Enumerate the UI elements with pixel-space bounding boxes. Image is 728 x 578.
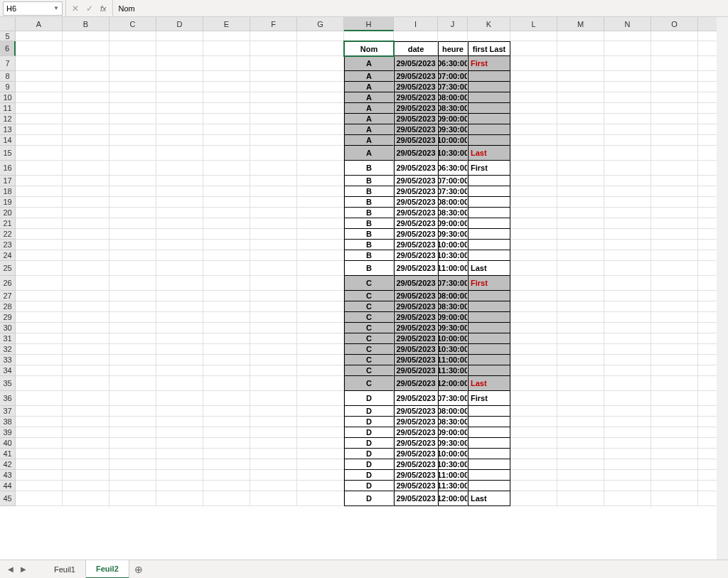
- cell-J10[interactable]: 08:00:00: [438, 92, 468, 103]
- cell-C8[interactable]: [109, 71, 156, 82]
- cell-J9[interactable]: 07:30:00: [438, 82, 468, 92]
- cell-C32[interactable]: [109, 344, 156, 355]
- cell-J31[interactable]: 10:00:00: [438, 333, 468, 344]
- row-header-11[interactable]: 11: [0, 103, 16, 114]
- cell-M12[interactable]: [557, 114, 604, 124]
- cell-K15[interactable]: Last: [468, 146, 510, 161]
- cell-B32[interactable]: [63, 344, 109, 355]
- cell-N15[interactable]: [604, 146, 651, 161]
- row-header-31[interactable]: 31: [0, 333, 16, 344]
- cell-N27[interactable]: [604, 291, 651, 301]
- cell-N16[interactable]: [604, 161, 651, 176]
- row-header-9[interactable]: 9: [0, 82, 16, 92]
- column-header-J[interactable]: J: [438, 17, 468, 31]
- cell-N8[interactable]: [604, 71, 651, 82]
- cell-M8[interactable]: [557, 71, 604, 82]
- cell-I22[interactable]: 29/05/2023: [394, 229, 438, 240]
- cell-D14[interactable]: [156, 135, 203, 146]
- cell-M29[interactable]: [557, 312, 604, 323]
- cell-E43[interactable]: [203, 470, 250, 481]
- cell-O22[interactable]: [651, 229, 698, 240]
- cell-N36[interactable]: [604, 391, 651, 406]
- cell-N29[interactable]: [604, 312, 651, 323]
- cell-E30[interactable]: [203, 323, 250, 333]
- cell-K31[interactable]: [468, 333, 510, 344]
- cell-H26[interactable]: C: [344, 276, 394, 291]
- cell-E17[interactable]: [203, 176, 250, 186]
- cell-C11[interactable]: [109, 103, 156, 114]
- cell-O17[interactable]: [651, 176, 698, 186]
- cell-A41[interactable]: [16, 449, 63, 459]
- row-header-32[interactable]: 32: [0, 344, 16, 355]
- cell-K10[interactable]: [468, 92, 510, 103]
- cell-N39[interactable]: [604, 427, 651, 438]
- cell-N31[interactable]: [604, 333, 651, 344]
- cell-D29[interactable]: [156, 312, 203, 323]
- row-header-19[interactable]: 19: [0, 197, 16, 208]
- cell-B42[interactable]: [63, 459, 109, 470]
- tab-nav-prev[interactable]: ◀: [4, 563, 17, 576]
- cell-D19[interactable]: [156, 197, 203, 208]
- cell-K14[interactable]: [468, 135, 510, 146]
- cell-C30[interactable]: [109, 323, 156, 333]
- cell-J35[interactable]: 12:00:00: [438, 376, 468, 391]
- cell-G13[interactable]: [297, 124, 344, 135]
- row-header-38[interactable]: 38: [0, 417, 16, 427]
- cell-C20[interactable]: [109, 208, 156, 218]
- cell-D6[interactable]: [156, 41, 203, 56]
- cell-B40[interactable]: [63, 438, 109, 449]
- cell-A26[interactable]: [16, 276, 63, 291]
- cell-B37[interactable]: [63, 406, 109, 417]
- column-header-E[interactable]: E: [203, 17, 250, 31]
- cell-M14[interactable]: [557, 135, 604, 146]
- cell-J5[interactable]: [438, 31, 468, 41]
- cell-B19[interactable]: [63, 197, 109, 208]
- cell-H18[interactable]: B: [344, 186, 394, 197]
- cell-N20[interactable]: [604, 208, 651, 218]
- cell-H28[interactable]: C: [344, 301, 394, 312]
- cell-B5[interactable]: [63, 31, 109, 41]
- cell-O5[interactable]: [651, 31, 698, 41]
- cell-H34[interactable]: C: [344, 365, 394, 376]
- cell-B26[interactable]: [63, 276, 109, 291]
- cell-M38[interactable]: [557, 417, 604, 427]
- cell-A43[interactable]: [16, 470, 63, 481]
- cell-J26[interactable]: 07:30:00: [438, 276, 468, 291]
- cell-K22[interactable]: [468, 229, 510, 240]
- cell-M18[interactable]: [557, 186, 604, 197]
- cell-B24[interactable]: [63, 250, 109, 261]
- cell-D16[interactable]: [156, 161, 203, 176]
- cell-F8[interactable]: [250, 71, 297, 82]
- cell-F30[interactable]: [250, 323, 297, 333]
- cell-D31[interactable]: [156, 333, 203, 344]
- cell-F22[interactable]: [250, 229, 297, 240]
- cell-L26[interactable]: [510, 276, 557, 291]
- cell-G6[interactable]: [297, 41, 344, 56]
- cell-L15[interactable]: [510, 146, 557, 161]
- cell-I24[interactable]: 29/05/2023: [394, 250, 438, 261]
- cell-K12[interactable]: [468, 114, 510, 124]
- cell-J22[interactable]: 09:30:00: [438, 229, 468, 240]
- cell-G16[interactable]: [297, 161, 344, 176]
- cell-C25[interactable]: [109, 261, 156, 276]
- cell-I18[interactable]: 29/05/2023: [394, 186, 438, 197]
- cell-A39[interactable]: [16, 427, 63, 438]
- cell-G32[interactable]: [297, 344, 344, 355]
- cell-B13[interactable]: [63, 124, 109, 135]
- name-box[interactable]: H6 ▼: [3, 1, 63, 16]
- row-header-44[interactable]: 44: [0, 481, 16, 491]
- cell-G31[interactable]: [297, 333, 344, 344]
- cell-E7[interactable]: [203, 56, 250, 71]
- cell-I25[interactable]: 29/05/2023: [394, 261, 438, 276]
- cell-J42[interactable]: 10:30:00: [438, 459, 468, 470]
- cell-A8[interactable]: [16, 71, 63, 82]
- cell-A21[interactable]: [16, 218, 63, 229]
- cell-N11[interactable]: [604, 103, 651, 114]
- cell-N45[interactable]: [604, 491, 651, 506]
- cell-N30[interactable]: [604, 323, 651, 333]
- cell-I37[interactable]: 29/05/2023: [394, 406, 438, 417]
- cell-B25[interactable]: [63, 261, 109, 276]
- cell-J11[interactable]: 08:30:00: [438, 103, 468, 114]
- cell-M11[interactable]: [557, 103, 604, 114]
- cell-F11[interactable]: [250, 103, 297, 114]
